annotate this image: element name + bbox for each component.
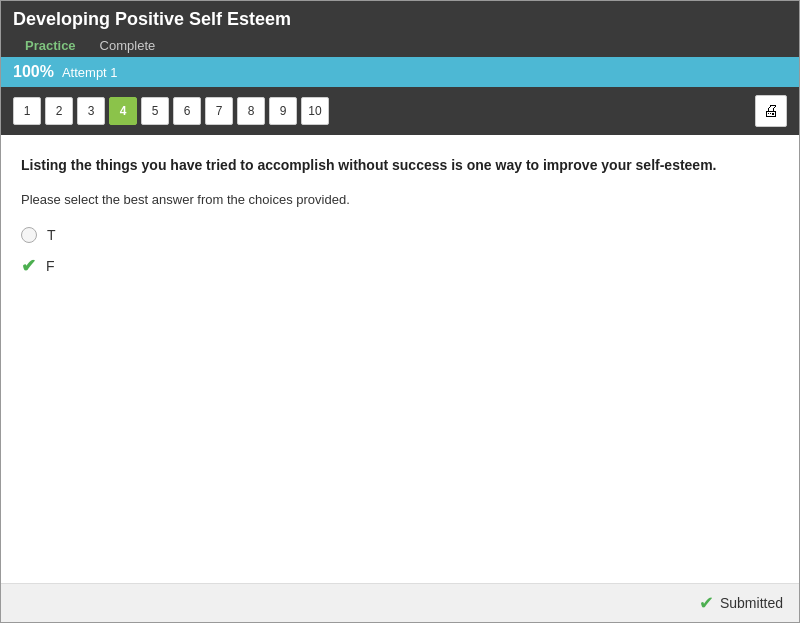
- page-title: Developing Positive Self Esteem: [13, 9, 787, 34]
- submitted-icon: ✔: [699, 592, 714, 614]
- nav-btn-9[interactable]: 9: [269, 97, 297, 125]
- nav-btn-4[interactable]: 4: [109, 97, 137, 125]
- nav-btn-7[interactable]: 7: [205, 97, 233, 125]
- option-t-label: T: [47, 227, 56, 243]
- print-button[interactable]: 🖨: [755, 95, 787, 127]
- tab-practice[interactable]: Practice: [13, 34, 88, 57]
- question-text: Listing the things you have tried to acc…: [21, 155, 779, 176]
- nav-btn-8[interactable]: 8: [237, 97, 265, 125]
- nav-btn-10[interactable]: 10: [301, 97, 329, 125]
- question-navigation: 1 2 3 4 5 6 7 8 9 10 🖨: [1, 87, 799, 135]
- header: Developing Positive Self Esteem Practice…: [1, 1, 799, 57]
- instruction-text: Please select the best answer from the c…: [21, 192, 779, 207]
- answer-option-t[interactable]: T: [21, 227, 779, 243]
- progress-percent: 100%: [13, 63, 54, 81]
- nav-btn-5[interactable]: 5: [141, 97, 169, 125]
- progress-bar: 100% Attempt 1: [1, 57, 799, 87]
- checkmark-f: ✔: [21, 255, 36, 277]
- question-area: Listing the things you have tried to acc…: [1, 135, 799, 583]
- nav-btn-6[interactable]: 6: [173, 97, 201, 125]
- nav-btn-1[interactable]: 1: [13, 97, 41, 125]
- answer-option-f[interactable]: ✔ F: [21, 255, 779, 277]
- quiz-container: Developing Positive Self Esteem Practice…: [0, 0, 800, 623]
- header-tabs: Practice Complete: [13, 34, 787, 57]
- submitted-label: Submitted: [720, 595, 783, 611]
- radio-t[interactable]: [21, 227, 37, 243]
- attempt-label: Attempt 1: [62, 65, 118, 80]
- nav-btn-2[interactable]: 2: [45, 97, 73, 125]
- nav-btn-3[interactable]: 3: [77, 97, 105, 125]
- option-f-label: F: [46, 258, 55, 274]
- tab-complete[interactable]: Complete: [88, 34, 168, 57]
- footer: ✔ Submitted: [1, 583, 799, 622]
